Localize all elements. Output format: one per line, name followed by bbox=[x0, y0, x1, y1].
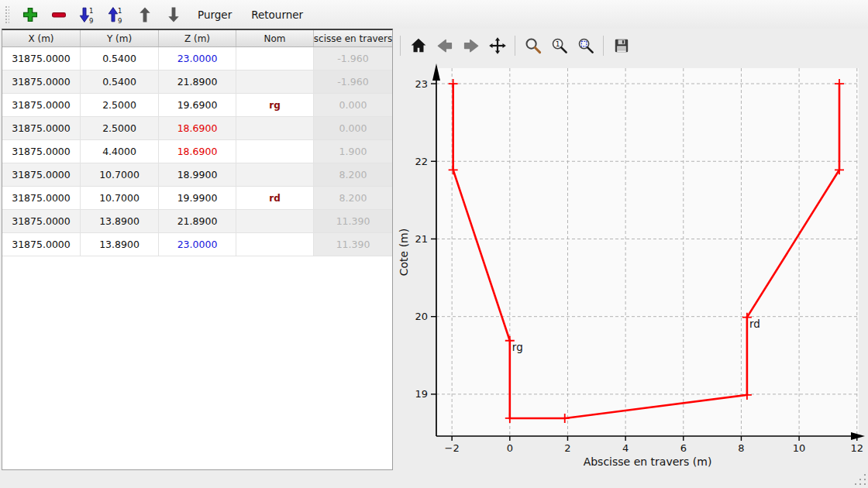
x-tick-label: −2 bbox=[445, 442, 460, 454]
x-tick-label: 8 bbox=[738, 442, 744, 454]
cell-z[interactable]: 21.8900 bbox=[159, 70, 236, 94]
cell-z[interactable]: 21.8900 bbox=[159, 210, 236, 233]
cell-abscisse[interactable]: 0.000 bbox=[314, 117, 392, 140]
y-axis-label: Cote (m) bbox=[398, 229, 410, 276]
column-header-1[interactable]: Y (m) bbox=[81, 30, 159, 46]
cell-abscisse[interactable]: 0.000 bbox=[314, 94, 392, 117]
cell-y[interactable]: 10.7000 bbox=[81, 163, 159, 187]
cell-abscisse[interactable]: 11.390 bbox=[314, 210, 392, 233]
cell-y[interactable]: 2.5000 bbox=[81, 117, 159, 140]
cell-abscisse[interactable]: 8.200 bbox=[314, 163, 392, 187]
cell-nom[interactable]: rd bbox=[236, 187, 314, 210]
main-toolbar: 1919 Purger Retourner bbox=[0, 0, 868, 29]
cell-nom[interactable] bbox=[236, 210, 314, 233]
x-tick-label: 4 bbox=[622, 442, 629, 454]
cell-y[interactable]: 0.5400 bbox=[81, 70, 159, 94]
table-header-row: X (m)Y (m)Z (m)Nomscisse en travers bbox=[2, 30, 392, 47]
cell-z[interactable]: 18.6900 bbox=[159, 117, 236, 140]
cell-z[interactable]: 19.9900 bbox=[159, 187, 236, 210]
zoom-original-button[interactable]: 1 bbox=[549, 35, 570, 57]
column-header-2[interactable]: Z (m) bbox=[159, 30, 236, 46]
cell-x[interactable]: 31875.0000 bbox=[2, 47, 81, 70]
points-table-panel: X (m)Y (m)Z (m)Nomscisse en travers31875… bbox=[2, 29, 393, 470]
cell-abscisse[interactable]: 11.390 bbox=[314, 233, 392, 256]
y-tick-label: 20 bbox=[415, 311, 428, 322]
column-header-3[interactable]: Nom bbox=[236, 30, 314, 46]
save-icon bbox=[612, 36, 631, 55]
cell-z[interactable]: 19.6900 bbox=[159, 94, 236, 117]
home-button[interactable] bbox=[408, 35, 429, 57]
profile-plot[interactable]: −20246810121920212223Abscisse en travers… bbox=[395, 27, 868, 473]
purger-button[interactable]: Purger bbox=[191, 5, 238, 25]
forward-button[interactable] bbox=[460, 35, 481, 57]
table-row: 31875.000013.890023.000011.390 bbox=[2, 233, 392, 256]
cell-abscisse[interactable]: 1.900 bbox=[314, 140, 392, 163]
zoom-window-button[interactable] bbox=[575, 35, 596, 57]
svg-text:9: 9 bbox=[118, 16, 122, 24]
x-tick-label: 2 bbox=[564, 442, 570, 454]
back-button[interactable] bbox=[434, 35, 455, 57]
table-row: 31875.000010.700018.99008.200 bbox=[2, 163, 392, 187]
cell-nom[interactable] bbox=[236, 233, 314, 256]
cell-nom[interactable] bbox=[236, 70, 314, 94]
toolbar-separator bbox=[603, 36, 604, 56]
y-tick-label: 22 bbox=[415, 156, 428, 167]
svg-text:9: 9 bbox=[89, 16, 93, 24]
cell-x[interactable]: 31875.0000 bbox=[2, 140, 81, 163]
x-tick-label: 0 bbox=[507, 442, 513, 454]
cell-y[interactable]: 4.4000 bbox=[81, 140, 159, 163]
cell-nom[interactable] bbox=[236, 163, 314, 187]
svg-text:1: 1 bbox=[89, 6, 93, 14]
column-header-0[interactable]: X (m) bbox=[2, 30, 81, 46]
cell-x[interactable]: 31875.0000 bbox=[2, 94, 81, 117]
toolbar-separator bbox=[400, 36, 401, 56]
move-down-button[interactable] bbox=[163, 3, 184, 26]
retourner-button[interactable]: Retourner bbox=[245, 5, 309, 25]
cell-nom[interactable]: rg bbox=[236, 94, 314, 117]
arrow-down-icon bbox=[164, 5, 183, 24]
x-tick-label: 10 bbox=[793, 442, 806, 454]
cell-y[interactable]: 13.8900 bbox=[81, 210, 159, 233]
sort-ascending-button[interactable]: 19 bbox=[77, 3, 98, 26]
zoom-button[interactable] bbox=[522, 35, 543, 57]
cell-x[interactable]: 31875.0000 bbox=[2, 117, 81, 140]
table-row: 31875.00002.500018.69000.000 bbox=[2, 117, 392, 140]
x-tick-label: 12 bbox=[850, 442, 863, 454]
svg-text:1: 1 bbox=[118, 6, 122, 14]
cell-abscisse[interactable]: -1.960 bbox=[314, 47, 392, 70]
cell-y[interactable]: 2.5000 bbox=[81, 94, 159, 117]
cell-z[interactable]: 18.6900 bbox=[159, 140, 236, 163]
toolbar-grip-handle[interactable] bbox=[5, 5, 9, 24]
window-resize-grip[interactable] bbox=[850, 469, 866, 485]
column-header-4[interactable]: scisse en travers bbox=[314, 30, 392, 46]
cell-z[interactable]: 23.0000 bbox=[159, 47, 236, 70]
magnifier-rect-icon bbox=[577, 36, 595, 55]
pan-button[interactable] bbox=[487, 35, 508, 57]
x-tick-label: 6 bbox=[680, 442, 687, 454]
magnifier-icon bbox=[524, 36, 542, 55]
cell-nom[interactable] bbox=[236, 117, 314, 140]
cell-y[interactable]: 13.8900 bbox=[81, 233, 159, 256]
y-tick-label: 23 bbox=[415, 78, 428, 90]
delete-row-button[interactable] bbox=[48, 3, 70, 26]
table-row: 31875.000013.890021.890011.390 bbox=[2, 210, 392, 233]
cell-nom[interactable] bbox=[236, 140, 314, 163]
cell-x[interactable]: 31875.0000 bbox=[2, 233, 81, 256]
cell-y[interactable]: 0.5400 bbox=[81, 47, 159, 70]
cell-abscisse[interactable]: 8.200 bbox=[314, 187, 392, 210]
cell-x[interactable]: 31875.0000 bbox=[2, 163, 81, 187]
toolbar-separator bbox=[515, 36, 515, 56]
table-row: 31875.00000.540023.0000-1.960 bbox=[2, 47, 392, 70]
move-up-button[interactable] bbox=[134, 3, 156, 26]
cell-x[interactable]: 31875.0000 bbox=[2, 187, 81, 210]
cell-x[interactable]: 31875.0000 bbox=[2, 210, 81, 233]
cell-abscisse[interactable]: -1.960 bbox=[314, 70, 392, 94]
cell-x[interactable]: 31875.0000 bbox=[2, 70, 81, 94]
cell-y[interactable]: 10.7000 bbox=[81, 187, 159, 210]
cell-z[interactable]: 18.9900 bbox=[159, 163, 236, 187]
sort-descending-button[interactable]: 19 bbox=[105, 3, 127, 26]
add-row-button[interactable] bbox=[19, 3, 41, 26]
cell-nom[interactable] bbox=[236, 47, 314, 70]
save-figure-button[interactable] bbox=[611, 35, 632, 57]
cell-z[interactable]: 23.0000 bbox=[159, 233, 236, 256]
